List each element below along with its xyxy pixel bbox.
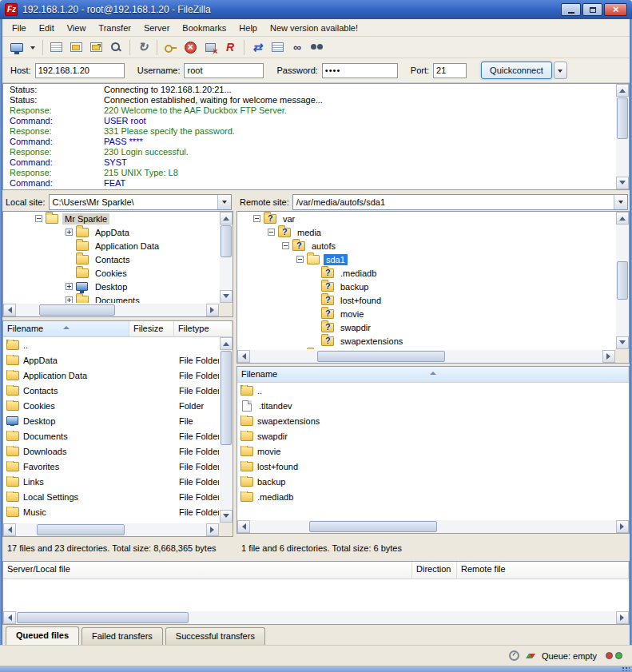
scrollbar-thumb[interactable] bbox=[37, 524, 125, 535]
file-row[interactable]: CookiesFolder bbox=[3, 398, 219, 413]
queue-horizontal-scrollbar[interactable] bbox=[3, 611, 629, 624]
minimize-button[interactable] bbox=[561, 3, 581, 16]
column-header-remote-file[interactable]: Remote file bbox=[457, 562, 629, 579]
tree-item[interactable]: Documents bbox=[3, 293, 219, 303]
refresh-button[interactable] bbox=[133, 38, 153, 56]
tree-item[interactable]: Desktop bbox=[3, 280, 219, 293]
menu-new-version[interactable]: New version available! bbox=[264, 21, 364, 35]
tree-item[interactable]: backup bbox=[237, 280, 615, 293]
scroll-down-button[interactable] bbox=[220, 290, 233, 303]
password-input[interactable] bbox=[322, 63, 398, 78]
close-button[interactable] bbox=[604, 3, 627, 16]
quickconnect-button[interactable]: Quickconnect bbox=[481, 62, 552, 79]
view-listing-button[interactable] bbox=[268, 38, 287, 56]
menu-view[interactable]: View bbox=[61, 21, 93, 35]
local-tree-horizontal-scrollbar[interactable] bbox=[3, 304, 219, 316]
file-row[interactable]: LinksFile Folder bbox=[3, 474, 219, 489]
local-list-vertical-scrollbar[interactable] bbox=[220, 337, 233, 523]
tab-queued-files[interactable]: Queued files bbox=[6, 626, 79, 645]
disconnect-button[interactable] bbox=[201, 38, 220, 56]
scrollbar-thumb[interactable] bbox=[39, 304, 115, 316]
tree-item[interactable]: Application Data bbox=[3, 239, 219, 252]
find-files-button[interactable] bbox=[308, 38, 327, 56]
scrollbar-thumb[interactable] bbox=[221, 351, 232, 445]
menu-file[interactable]: File bbox=[6, 21, 33, 35]
scroll-right-button[interactable] bbox=[616, 520, 629, 533]
tree-item[interactable]: Cookies bbox=[3, 266, 219, 280]
resize-grip[interactable] bbox=[622, 666, 630, 671]
file-row[interactable]: backup bbox=[237, 474, 629, 489]
file-row[interactable]: swapdir bbox=[237, 428, 629, 443]
file-row[interactable]: FavoritesFile Folder bbox=[3, 459, 219, 474]
scroll-down-button[interactable] bbox=[220, 510, 233, 523]
username-input[interactable] bbox=[184, 63, 264, 78]
file-row[interactable]: movie bbox=[237, 443, 629, 459]
directory-comparison-button[interactable] bbox=[248, 38, 267, 56]
menu-edit[interactable]: Edit bbox=[33, 21, 61, 35]
file-row[interactable]: swapextensions bbox=[237, 413, 629, 428]
file-row[interactable]: lost+found bbox=[237, 459, 629, 474]
toggle-message-log-button[interactable] bbox=[46, 38, 66, 56]
scroll-down-button[interactable] bbox=[616, 336, 629, 349]
file-row[interactable]: ↑.. bbox=[237, 383, 629, 398]
toggle-remote-tree-button[interactable] bbox=[86, 38, 105, 56]
file-row[interactable]: AppDataFile Folder bbox=[3, 352, 219, 368]
tree-item[interactable]: autofs bbox=[237, 239, 615, 252]
scroll-up-button[interactable] bbox=[616, 212, 629, 225]
transfer-direction-icon[interactable] bbox=[526, 650, 535, 662]
tab-failed-transfers[interactable]: Failed transfers bbox=[81, 627, 163, 645]
scroll-left-button[interactable] bbox=[3, 304, 16, 316]
collapse-icon[interactable] bbox=[35, 215, 42, 222]
menu-bookmarks[interactable]: Bookmarks bbox=[176, 21, 233, 35]
tree-item[interactable]: sda1 bbox=[237, 252, 615, 266]
tree-item[interactable]: media bbox=[237, 225, 615, 239]
tree-item[interactable]: AppData bbox=[3, 225, 219, 239]
column-header-filetype[interactable]: Filetype bbox=[174, 321, 233, 336]
port-input[interactable] bbox=[433, 63, 467, 78]
tree-item[interactable]: var bbox=[237, 212, 615, 225]
log-vertical-scrollbar[interactable] bbox=[616, 84, 629, 189]
scrollbar-thumb[interactable] bbox=[17, 612, 189, 623]
site-manager-button[interactable] bbox=[7, 38, 26, 56]
tree-item[interactable]: lost+found bbox=[237, 293, 615, 307]
scroll-right-button[interactable] bbox=[206, 304, 219, 316]
column-header-local-file[interactable]: Server/Local file bbox=[3, 562, 412, 579]
column-header-filename[interactable]: Filename bbox=[237, 367, 629, 382]
remote-site-combo[interactable]: /var/media/autofs/sda1 bbox=[292, 194, 628, 210]
site-manager-dropdown-button[interactable] bbox=[27, 38, 38, 56]
scroll-left-button[interactable] bbox=[3, 611, 16, 624]
tree-item[interactable]: swapextensions bbox=[237, 334, 615, 348]
expand-icon[interactable] bbox=[66, 229, 73, 236]
local-list-horizontal-scrollbar[interactable] bbox=[3, 523, 219, 536]
toggle-queue-button[interactable] bbox=[106, 38, 125, 56]
tree-item[interactable]: Contacts bbox=[3, 252, 219, 266]
column-header-filesize[interactable]: Filesize bbox=[129, 321, 174, 336]
scroll-left-button[interactable] bbox=[3, 523, 16, 536]
quickconnect-dropdown-button[interactable] bbox=[554, 62, 567, 79]
scrollbar-thumb[interactable] bbox=[617, 97, 628, 139]
scroll-right-button[interactable] bbox=[616, 611, 629, 624]
remote-tree-vertical-scrollbar[interactable] bbox=[616, 212, 629, 349]
expand-icon[interactable] bbox=[66, 283, 73, 290]
collapse-icon[interactable] bbox=[268, 229, 275, 236]
tree-item[interactable]: swapdir bbox=[237, 320, 615, 334]
file-row[interactable]: Local SettingsFile Folder bbox=[3, 489, 219, 504]
scroll-left-button[interactable] bbox=[237, 350, 250, 363]
scroll-left-button[interactable] bbox=[237, 520, 250, 533]
tree-item[interactable]: movie bbox=[237, 307, 615, 320]
scroll-right-button[interactable] bbox=[602, 350, 615, 363]
titlebar[interactable]: 192.168.1.20 - root@192.168.1.20 - FileZ… bbox=[0, 0, 632, 19]
file-row[interactable]: MusicFile Folder bbox=[3, 504, 219, 519]
local-site-dropdown[interactable] bbox=[217, 195, 231, 209]
file-row[interactable]: .mediadb bbox=[237, 489, 629, 504]
file-row[interactable]: .titandev bbox=[237, 398, 629, 413]
collapse-icon[interactable] bbox=[296, 256, 304, 263]
reconnect-button[interactable] bbox=[221, 38, 240, 56]
menu-transfer[interactable]: Transfer bbox=[92, 21, 137, 35]
tree-item[interactable]: .mediadb bbox=[237, 266, 615, 280]
file-row[interactable]: DownloadsFile Folder bbox=[3, 443, 219, 459]
scrollbar-thumb[interactable] bbox=[317, 351, 445, 362]
collapse-icon[interactable] bbox=[253, 215, 260, 222]
file-row[interactable]: ContactsFile Folder bbox=[3, 383, 219, 398]
scrollbar-thumb[interactable] bbox=[309, 521, 437, 532]
